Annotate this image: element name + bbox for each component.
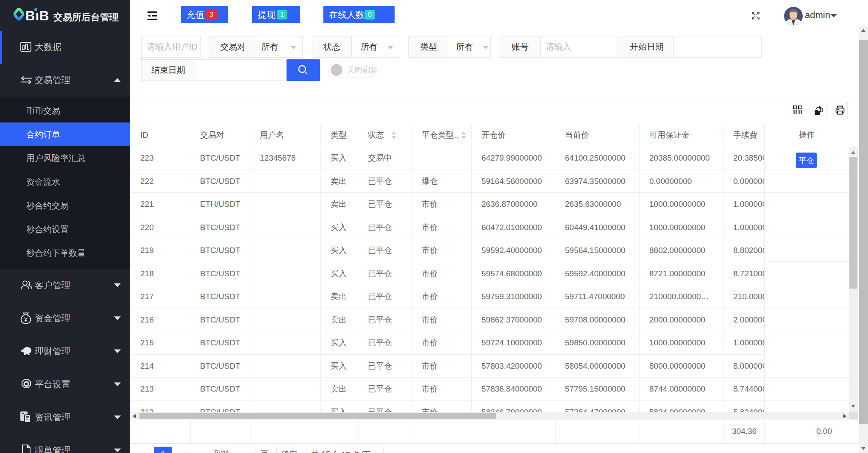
svg-text:NEW: NEW: [22, 413, 26, 415]
